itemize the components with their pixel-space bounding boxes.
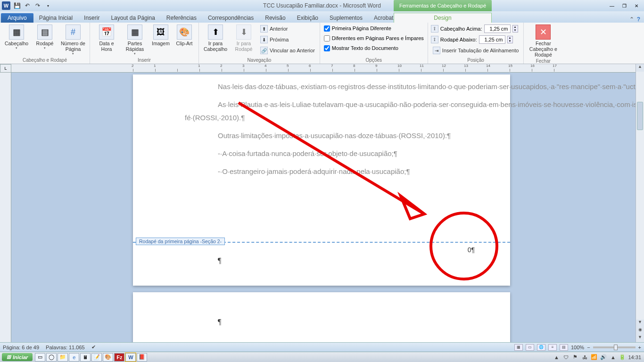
- image-button[interactable]: 🖼Imagem: [149, 24, 172, 47]
- scroll-down-icon[interactable]: ▼: [636, 320, 644, 327]
- goto-footer-icon: ⬇: [236, 25, 251, 40]
- datetime-button[interactable]: 📅Data e Hora: [93, 24, 120, 53]
- scrollbar-thumb[interactable]: [637, 102, 643, 130]
- group-label: Posição: [431, 58, 520, 64]
- document-page[interactable]: Nas·leis·das·doze·tábuas,·existiam·os·re…: [133, 74, 510, 286]
- clipart-button[interactable]: 🎨Clip-Art: [173, 24, 196, 47]
- tray-network-icon[interactable]: 🖧: [581, 354, 588, 361]
- header-button[interactable]: ▦Cabeçalho▾: [3, 24, 30, 51]
- footer-button[interactable]: ▤Rodapé▾: [31, 24, 58, 51]
- show-document-text-checkbox[interactable]: Mostrar Texto do Documento: [323, 43, 425, 53]
- paragraph-mark: ¶: [218, 256, 221, 265]
- taskbar-folder-icon[interactable]: 📁: [58, 353, 68, 362]
- next-button[interactable]: ⬇Próxima: [258, 34, 317, 45]
- qat-customize-icon[interactable]: ▾: [43, 1, 53, 10]
- zoom-level[interactable]: 100%: [571, 345, 584, 350]
- prev-page-icon[interactable]: ◉: [636, 327, 644, 335]
- document-title: TCC Usucapião Familiar.docx - Microsoft …: [263, 2, 381, 9]
- undo-icon[interactable]: ↶: [23, 1, 32, 10]
- insert-alignment-tab-button[interactable]: ⇥Inserir Tabulação de Alinhamento: [431, 45, 520, 56]
- tray-volume-icon[interactable]: 🔊: [600, 354, 607, 361]
- close-icon: ✕: [536, 25, 551, 40]
- start-button[interactable]: ⊞Iniciar: [2, 353, 33, 361]
- tray-expand-icon[interactable]: ▲: [553, 354, 560, 361]
- scroll-up-icon[interactable]: ▲: [636, 64, 644, 72]
- tab-mailings[interactable]: Correspondências: [202, 13, 259, 23]
- footer-from-bottom-spinner[interactable]: ⟟Rodapé Abaixo:▲▼: [431, 34, 520, 45]
- vertical-scrollbar[interactable]: ▲ ▼ ◉ ▼: [636, 64, 644, 342]
- different-first-page-checkbox[interactable]: Primeira Página Diferente: [323, 24, 425, 33]
- tray-drive-icon[interactable]: ▲: [609, 354, 617, 361]
- taskbar-filezilla-icon[interactable]: Fz: [114, 353, 124, 362]
- tray-wifi-icon[interactable]: 📶: [590, 354, 598, 361]
- word-count[interactable]: Palavras: 11.065: [46, 345, 85, 350]
- taskbar-notepad-icon[interactable]: 📝: [91, 353, 102, 362]
- zoom-in-icon[interactable]: +: [638, 345, 641, 350]
- taskbar-pdf-icon[interactable]: 📕: [137, 353, 147, 362]
- tab-addins[interactable]: Suplementos: [324, 13, 368, 23]
- minimize-icon[interactable]: —: [606, 2, 618, 9]
- print-layout-view-icon[interactable]: ▦: [514, 344, 523, 351]
- help-icon[interactable]: ?: [637, 16, 640, 23]
- quickparts-button[interactable]: ▦Partes Rápidas▾: [121, 24, 149, 57]
- tab-home[interactable]: Página Inicial: [33, 13, 78, 23]
- redo-icon[interactable]: ↷: [33, 1, 42, 10]
- goto-header-button[interactable]: ⬆Ir para Cabeçalho: [202, 24, 229, 53]
- group-label: Inserir: [93, 58, 196, 64]
- zoom-slider[interactable]: [593, 346, 636, 348]
- tab-view[interactable]: Exibição: [291, 13, 324, 23]
- minimize-ribbon-icon[interactable]: ⌃: [629, 16, 634, 23]
- file-tab[interactable]: Arquivo: [1, 13, 33, 23]
- body-paragraph: Outras·limitações·impostas·a·usucapião·n…: [185, 129, 477, 142]
- fullscreen-reading-view-icon[interactable]: ▭: [526, 344, 534, 351]
- windows-logo-icon: ⊞: [7, 354, 11, 360]
- page-indicator[interactable]: Página: 6 de 49: [3, 345, 39, 350]
- save-icon[interactable]: 💾: [12, 1, 22, 10]
- windows-taskbar: ⊞Iniciar ▭ ◯ 📁 e 🖩 📝 🎨 Fz W 📕 ▲ 🛡 ⚑ 🖧 📶 …: [0, 352, 644, 362]
- tray-flag-icon[interactable]: ⚑: [571, 354, 579, 361]
- taskbar-ie-icon[interactable]: e: [69, 353, 79, 362]
- quick-access-toolbar: 💾 ↶ ↷ ▾: [12, 1, 53, 10]
- web-layout-view-icon[interactable]: 🌐: [537, 344, 545, 351]
- tray-battery-icon[interactable]: 🔋: [619, 354, 626, 361]
- prev-icon: ⬆: [260, 25, 268, 33]
- horizontal-ruler[interactable]: 211234567891011121314151617: [11, 64, 636, 73]
- document-page[interactable]: ¶: [133, 292, 510, 342]
- restore-icon[interactable]: ❐: [619, 2, 630, 9]
- next-page-icon[interactable]: ▼: [636, 335, 644, 342]
- group-position: ⟟Cabeçalho Acima:▲▼ ⟟Rodapé Abaixo:▲▼ ⇥I…: [428, 23, 524, 64]
- tab-references[interactable]: Referências: [161, 13, 202, 23]
- page-number-button[interactable]: #Número de Página▾: [59, 24, 87, 57]
- tab-design[interactable]: Design: [394, 13, 492, 23]
- document-scroll-area[interactable]: Nas·leis·das·doze·tábuas,·existiam·os·re…: [11, 73, 636, 342]
- outline-view-icon[interactable]: ≡: [548, 344, 557, 351]
- close-window-icon[interactable]: ✕: [631, 2, 642, 9]
- tray-shield-icon[interactable]: 🛡: [562, 354, 570, 361]
- footer-page-number[interactable]: 0¶: [468, 246, 475, 254]
- tab-selector[interactable]: L: [0, 64, 11, 73]
- calendar-icon: 📅: [99, 25, 114, 40]
- proofing-icon[interactable]: ✔: [91, 344, 96, 350]
- taskbar-paint-icon[interactable]: 🎨: [103, 353, 113, 362]
- previous-button[interactable]: ⬆Anterior: [258, 24, 317, 34]
- goto-footer-button[interactable]: ⬇Ir para Rodapé: [230, 24, 257, 53]
- link-previous-button[interactable]: 🔗Vincular ao Anterior: [258, 45, 317, 56]
- tab-layout[interactable]: Layout da Página: [105, 13, 160, 23]
- group-label: Cabeçalho e Rodapé: [3, 58, 87, 64]
- draft-view-icon[interactable]: ▤: [560, 344, 568, 351]
- goto-header-icon: ⬆: [208, 25, 223, 40]
- taskbar-calculator-icon[interactable]: 🖩: [80, 353, 91, 362]
- header-from-top-spinner[interactable]: ⟟Cabeçalho Acima:▲▼: [431, 24, 520, 34]
- taskbar-show-desktop-icon[interactable]: ▭: [35, 353, 45, 362]
- zoom-out-icon[interactable]: −: [587, 345, 590, 350]
- close-header-footer-button[interactable]: ✕Fechar Cabeçalho e Rodapé: [527, 24, 560, 58]
- taskbar-clock[interactable]: 14:31: [628, 354, 641, 360]
- vertical-ruler[interactable]: [0, 73, 11, 342]
- different-odd-even-checkbox[interactable]: Diferentes em Páginas Pares e Ímpares: [323, 33, 425, 43]
- tab-review[interactable]: Revisão: [259, 13, 291, 23]
- tab-insert[interactable]: Inserir: [78, 13, 105, 23]
- taskbar-chrome-icon[interactable]: ◯: [46, 353, 57, 362]
- header-icon: ▦: [9, 25, 24, 40]
- taskbar-word-icon[interactable]: W: [125, 353, 136, 362]
- hash-icon: #: [66, 25, 81, 40]
